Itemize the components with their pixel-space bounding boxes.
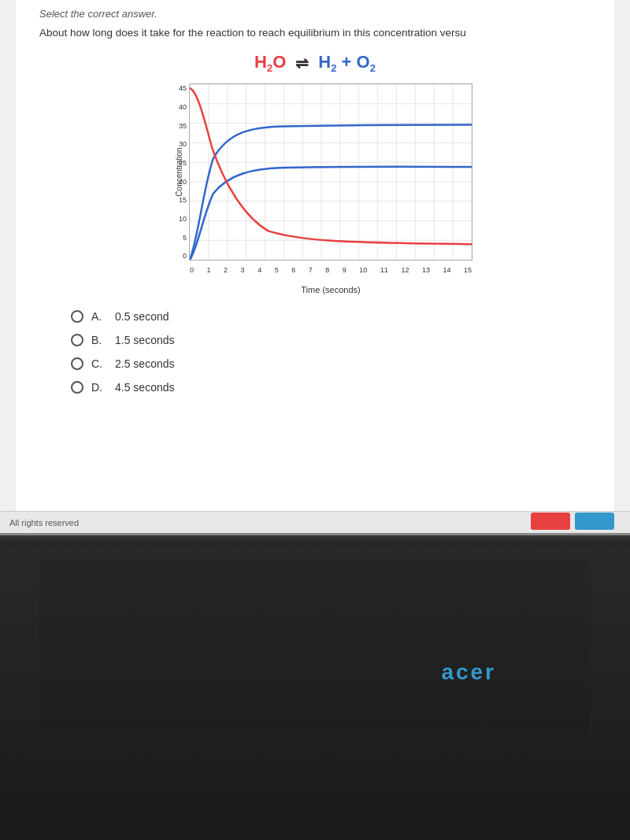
y-tick-45: 45 <box>168 84 187 92</box>
option-d-text: 4.5 seconds <box>115 381 175 394</box>
y-tick-5: 5 <box>168 234 187 242</box>
x-tick-2: 2 <box>224 266 228 274</box>
x-tick-1: 1 <box>207 266 211 274</box>
content-area: Select the correct answer. About how lon… <box>16 0 614 533</box>
instruction-text: Select the correct answer. <box>39 8 591 20</box>
screen: Select the correct answer. About how lon… <box>0 0 630 535</box>
y-tick-20: 20 <box>168 178 187 186</box>
option-a-text: 0.5 second <box>115 310 169 323</box>
y-tick-10: 10 <box>168 215 187 223</box>
footer-button-blue[interactable] <box>575 513 614 530</box>
option-b-letter: B. <box>91 334 106 346</box>
option-d-letter: D. <box>91 381 106 394</box>
chart-svg <box>190 84 472 260</box>
copyright-text: All rights reserved <box>9 518 79 527</box>
y-tick-40: 40 <box>168 103 187 111</box>
option-a-letter: A. <box>91 310 106 323</box>
footer-buttons <box>531 513 614 530</box>
y-tick-15: 15 <box>168 196 187 204</box>
y-tick-30: 30 <box>168 140 187 148</box>
option-b[interactable]: B. 1.5 seconds <box>71 334 591 346</box>
radio-b[interactable] <box>71 334 83 346</box>
laptop-keyboard-area: acer <box>39 559 591 732</box>
option-c[interactable]: C. 2.5 seconds <box>71 357 591 370</box>
x-axis-label: Time (seconds) <box>189 282 472 296</box>
x-tick-0: 0 <box>190 266 194 274</box>
option-b-text: 1.5 seconds <box>115 334 175 346</box>
x-tick-15: 15 <box>464 266 472 274</box>
laptop-hinge <box>0 535 630 545</box>
y-tick-0: 0 <box>168 252 187 260</box>
x-tick-11: 11 <box>380 266 388 274</box>
x-tick-9: 9 <box>343 266 346 274</box>
option-c-text: 2.5 seconds <box>115 357 175 370</box>
chemical-equation: H2O ⇌ H2 + O2 <box>39 52 591 74</box>
x-tick-13: 13 <box>422 266 430 274</box>
equation-right: H2 + O2 <box>318 52 376 74</box>
x-tick-4: 4 <box>258 266 261 274</box>
x-tick-8: 8 <box>325 266 329 274</box>
x-tick-7: 7 <box>309 266 313 274</box>
equation-left: H2O <box>254 52 286 74</box>
chart-plot-area: 0 5 10 15 20 25 30 35 40 45 0 1 2 3 <box>189 83 472 261</box>
radio-d[interactable] <box>71 381 83 394</box>
equation-arrows: ⇌ <box>295 54 309 72</box>
option-d[interactable]: D. 4.5 seconds <box>71 381 591 394</box>
x-tick-6: 6 <box>291 266 295 274</box>
radio-c[interactable] <box>71 357 83 370</box>
option-a[interactable]: A. 0.5 second <box>71 310 591 323</box>
option-c-letter: C. <box>91 357 106 370</box>
footer-button-red[interactable] <box>531 513 570 530</box>
x-tick-12: 12 <box>401 266 409 274</box>
chart-container: Concentration <box>150 83 480 296</box>
footer-bar: All rights reserved <box>0 511 630 533</box>
y-tick-35: 35 <box>168 122 187 130</box>
x-tick-3: 3 <box>241 266 245 274</box>
radio-a[interactable] <box>71 310 83 323</box>
laptop-base: acer <box>0 535 630 840</box>
question-text: About how long does it take for the reac… <box>39 26 591 41</box>
x-tick-5: 5 <box>275 266 279 274</box>
y-tick-25: 25 <box>168 159 187 167</box>
x-tick-14: 14 <box>443 266 450 274</box>
brand-logo: acer <box>441 660 496 685</box>
x-tick-10: 10 <box>359 266 367 274</box>
answer-options: A. 0.5 second B. 1.5 seconds C. 2.5 seco… <box>71 310 591 394</box>
